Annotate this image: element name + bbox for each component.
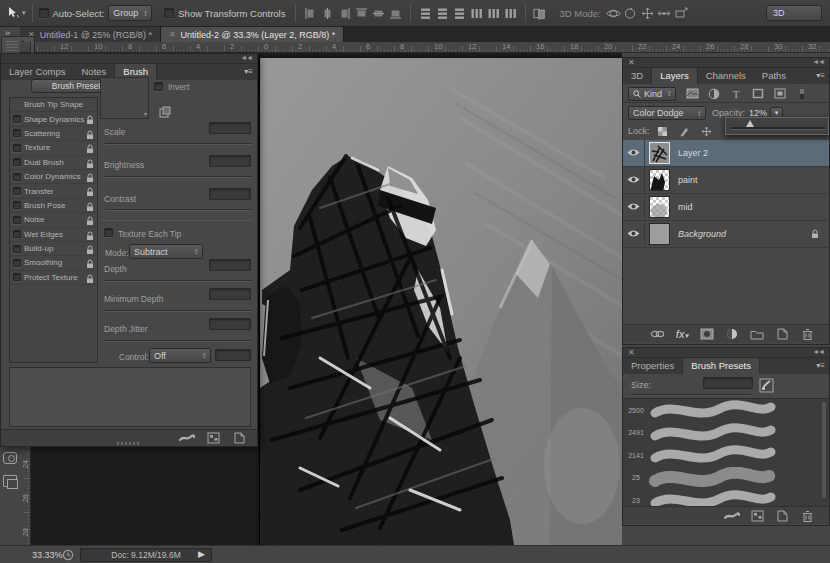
option-checkbox[interactable] — [13, 259, 21, 267]
distribute-horizontal-centers-icon[interactable] — [486, 6, 501, 21]
control-value-field[interactable] — [215, 349, 251, 361]
document-tab-untitled-1[interactable]: ✕ Untitled-1 @ 25% (RGB/8) * — [20, 27, 161, 42]
document-size-readout[interactable]: Doc: 9.12M/19.6M — [80, 548, 212, 562]
opacity-slider-track[interactable] — [731, 127, 825, 130]
swatch-arrow-icon[interactable]: ▾ — [144, 110, 147, 117]
brush-option-wet-edges[interactable]: Wet Edges — [10, 228, 97, 242]
option-checkbox[interactable] — [13, 187, 21, 195]
layer-row-mid[interactable]: mid — [623, 194, 829, 221]
layer-mask-icon[interactable] — [699, 327, 715, 341]
brush-option-transfer[interactable]: Transfer — [10, 184, 97, 198]
tab-layer-comps[interactable]: Layer Comps — [1, 64, 74, 80]
collapse-icon[interactable]: ◄◄ — [812, 348, 824, 355]
distribute-bottom-edges-icon[interactable] — [452, 6, 467, 21]
contrast-value-field[interactable] — [209, 188, 251, 200]
brush-tip-shape-item[interactable]: Brush Tip Shape — [10, 98, 97, 112]
brush-preset-23[interactable]: 23 — [623, 489, 829, 506]
layer-visibility-toggle[interactable] — [623, 167, 645, 194]
opacity-slider-thumb[interactable] — [746, 120, 754, 127]
brush-option-build-up[interactable]: Build-up — [10, 242, 97, 256]
tool-preset-arrow-icon[interactable]: ▾ — [22, 9, 26, 17]
option-checkbox[interactable] — [13, 201, 21, 209]
blend-mode-dropdown[interactable]: Color Dodge↕ — [628, 106, 706, 120]
filter-kind-dropdown[interactable]: Kind ↕ — [628, 87, 676, 101]
depth-slider[interactable] — [105, 280, 251, 282]
new-brush-icon[interactable] — [231, 431, 247, 445]
brush-preset-2491[interactable]: 2491 — [623, 422, 829, 445]
contrast-slider[interactable] — [105, 209, 251, 211]
new-adjustment-layer-icon[interactable] — [724, 327, 740, 341]
align-horizontal-centers-icon[interactable] — [320, 6, 335, 21]
preview-stroke-icon[interactable] — [179, 431, 195, 445]
brush-option-protect-texture[interactable]: Protect Texture — [10, 271, 97, 285]
auto-select-checkbox[interactable] — [39, 8, 49, 18]
scale-slider[interactable] — [105, 143, 251, 145]
depth-jitter-value-field[interactable] — [209, 318, 251, 330]
new-brush-icon[interactable] — [774, 509, 790, 523]
preview-stroke-icon[interactable] — [724, 509, 740, 523]
texture-each-tip-checkbox[interactable] — [104, 228, 113, 237]
tab-paths[interactable]: Paths — [754, 68, 794, 84]
texture-grid-icon[interactable] — [205, 431, 221, 445]
lock-icon[interactable] — [86, 245, 94, 257]
delete-layer-icon[interactable] — [799, 327, 815, 341]
layer-thumbnail[interactable] — [649, 196, 670, 218]
document-tab-untitled-2[interactable]: ✕ Untitled-2 @ 33.3% (Layer 2, RGB/8) * — [161, 27, 344, 42]
lock-icon[interactable] — [86, 259, 94, 271]
collapsed-panel-icon-2[interactable] — [3, 475, 17, 487]
texture-stamp-icon[interactable] — [159, 106, 171, 118]
layer-name[interactable]: paint — [678, 175, 698, 185]
lock-icon[interactable] — [86, 173, 94, 185]
brush-option-dual-brush[interactable]: Dual Brush — [10, 156, 97, 170]
canvas-document[interactable] — [259, 58, 622, 545]
lock-icon[interactable] — [86, 187, 94, 199]
option-checkbox[interactable] — [13, 173, 21, 181]
brush-option-smoothing[interactable]: Smoothing — [10, 256, 97, 270]
brush-option-shape-dynamics[interactable]: Shape Dynamics — [10, 112, 97, 126]
align-right-edges-icon[interactable] — [337, 6, 352, 21]
panel-resize-grip[interactable] — [117, 442, 141, 445]
depth-value-field[interactable] — [209, 259, 251, 271]
shape-layer-filter-icon[interactable] — [750, 87, 766, 101]
zoom-level-field[interactable]: 33.33% — [32, 550, 63, 560]
layer-style-icon[interactable]: fx▾ — [674, 327, 690, 341]
brush-preset-25[interactable]: 25 — [623, 467, 829, 490]
3d-drag-icon[interactable] — [640, 6, 655, 21]
align-vertical-centers-icon[interactable] — [371, 6, 386, 21]
layer-row-background[interactable]: Background — [623, 221, 829, 248]
distribute-vertical-centers-icon[interactable] — [435, 6, 450, 21]
layer-name[interactable]: Background — [678, 229, 726, 239]
tab-3d[interactable]: 3D — [623, 68, 651, 84]
horizontal-ruler[interactable]: 1210864202468101214161820222426283032 — [20, 42, 830, 53]
lock-transparency-icon[interactable] — [655, 124, 671, 138]
scale-value-field[interactable] — [209, 122, 251, 134]
distribute-right-edges-icon[interactable] — [503, 6, 518, 21]
close-icon[interactable]: ✕ — [169, 30, 176, 39]
layer-row-layer-2[interactable]: Layer 2 — [623, 140, 829, 167]
layer-visibility-toggle[interactable] — [623, 140, 645, 167]
lock-icon[interactable] — [86, 216, 94, 228]
3d-orbit-icon[interactable] — [606, 6, 621, 21]
layer-name[interactable]: Layer 2 — [678, 148, 708, 158]
auto-align-layers-icon[interactable] — [533, 6, 548, 21]
layer-row-paint[interactable]: paint — [623, 167, 829, 194]
collapsed-panel-icon-1[interactable] — [3, 452, 17, 464]
minimum-depth-value-field[interactable] — [209, 288, 251, 300]
distribute-left-edges-icon[interactable] — [469, 6, 484, 21]
pixel-layer-filter-icon[interactable] — [684, 87, 700, 101]
collapse-icon[interactable]: ◄◄ — [240, 54, 252, 61]
option-checkbox[interactable] — [13, 129, 21, 137]
option-checkbox[interactable] — [13, 230, 21, 238]
brush-option-brush-pose[interactable]: Brush Pose — [10, 199, 97, 213]
align-bottom-edges-icon[interactable] — [388, 6, 403, 21]
size-slider[interactable] — [631, 394, 751, 396]
smart-object-filter-icon[interactable] — [772, 87, 788, 101]
brush-tip-picker-icon[interactable] — [759, 378, 774, 393]
option-checkbox[interactable] — [13, 216, 21, 224]
option-checkbox[interactable] — [13, 245, 21, 253]
layer-thumbnail[interactable] — [649, 169, 670, 191]
option-checkbox[interactable] — [13, 144, 21, 152]
tab-channels[interactable]: Channels — [698, 68, 754, 84]
adjustment-layer-filter-icon[interactable] — [706, 87, 722, 101]
lock-icon[interactable] — [86, 274, 94, 286]
